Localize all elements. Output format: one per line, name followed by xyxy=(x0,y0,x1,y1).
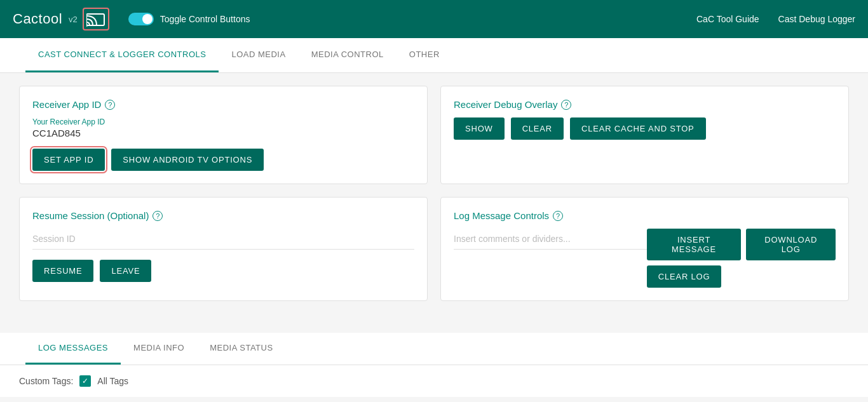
tab-media-info[interactable]: MEDIA INFO xyxy=(121,333,197,365)
main-content: Receiver App ID ? Your Receiver App ID C… xyxy=(0,73,868,326)
receiver-debug-overlay-title: Receiver Debug Overlay ? xyxy=(454,99,836,110)
clear-cache-and-stop-button[interactable]: CLEAR CACHE AND STOP xyxy=(570,117,706,140)
custom-tags-label: Custom Tags: xyxy=(19,376,73,386)
leave-button[interactable]: LEAVE xyxy=(100,260,151,282)
toggle-section: Toggle Control Buttons xyxy=(128,13,250,25)
clear-log-button[interactable]: CLEAR LOG xyxy=(647,265,722,288)
show-debug-overlay-button[interactable]: SHOW xyxy=(454,117,505,140)
app-id-sub-label: Your Receiver App ID xyxy=(32,117,414,126)
app-version: v2 xyxy=(69,15,78,24)
receiver-debug-overlay-card: Receiver Debug Overlay ? SHOW CLEAR CLEA… xyxy=(440,86,849,184)
cac-tool-guide-link[interactable]: CaC Tool Guide xyxy=(696,14,759,24)
app-id-btn-row: SET APP ID SHOW ANDROID TV OPTIONS xyxy=(32,149,414,171)
show-android-tv-options-button[interactable]: SHOW ANDROID TV OPTIONS xyxy=(111,149,264,171)
log-message-controls-card: Log Message Controls ? INSERT MESSAGE DO… xyxy=(440,197,849,301)
tab-other[interactable]: OTHER xyxy=(397,38,452,72)
log-message-controls-title: Log Message Controls ? xyxy=(454,210,836,221)
tab-log-messages[interactable]: LOG MESSAGES xyxy=(25,333,121,365)
svg-point-1 xyxy=(86,24,88,27)
bottom-cards-row: Resume Session (Optional) ? RESUME LEAVE… xyxy=(19,197,849,301)
log-buttons: INSERT MESSAGE DOWNLOAD LOG CLEAR LOG xyxy=(647,229,836,288)
cast-icon-wrapper[interactable] xyxy=(83,8,109,30)
receiver-debug-overlay-help-icon[interactable]: ? xyxy=(561,100,571,110)
app-name: Cactool xyxy=(13,11,62,27)
log-buttons-top: INSERT MESSAGE DOWNLOAD LOG xyxy=(647,229,836,260)
tab-load-media[interactable]: LOAD MEDIA xyxy=(219,38,298,72)
all-tags-label: All Tags xyxy=(97,376,128,386)
bottom-tabs-bar: LOG MESSAGES MEDIA INFO MEDIA STATUS xyxy=(0,333,868,365)
receiver-app-id-title: Receiver App ID ? xyxy=(32,99,414,110)
set-app-id-button[interactable]: SET APP ID xyxy=(32,149,105,171)
tab-media-status[interactable]: MEDIA STATUS xyxy=(197,333,285,365)
top-tabs-bar: CAST CONNECT & LOGGER CONTROLS LOAD MEDI… xyxy=(0,38,868,73)
log-message-controls-help-icon[interactable]: ? xyxy=(553,211,563,221)
header-nav: CaC Tool Guide Cast Debug Logger xyxy=(696,14,855,24)
receiver-app-id-help-icon[interactable]: ? xyxy=(105,100,115,110)
resume-session-card: Resume Session (Optional) ? RESUME LEAVE xyxy=(19,197,428,301)
resume-session-help-icon[interactable]: ? xyxy=(153,211,163,221)
log-comment-input[interactable] xyxy=(454,229,647,250)
download-log-button[interactable]: DOWNLOAD LOG xyxy=(746,229,836,260)
debug-overlay-btns: SHOW CLEAR CLEAR CACHE AND STOP xyxy=(454,117,836,140)
tab-media-control[interactable]: MEDIA CONTROL xyxy=(299,38,397,72)
app-header: Cactool v2 Toggle Control Buttons CaC To… xyxy=(0,0,868,38)
top-cards-row: Receiver App ID ? Your Receiver App ID C… xyxy=(19,86,849,184)
clear-debug-overlay-button[interactable]: CLEAR xyxy=(511,117,564,140)
resume-button[interactable]: RESUME xyxy=(32,260,93,282)
toggle-label: Toggle Control Buttons xyxy=(160,14,250,24)
tab-cast-connect[interactable]: CAST CONNECT & LOGGER CONTROLS xyxy=(25,38,219,72)
session-btn-row: RESUME LEAVE xyxy=(32,260,414,282)
log-controls-row: INSERT MESSAGE DOWNLOAD LOG CLEAR LOG xyxy=(454,229,836,288)
cast-icon xyxy=(86,11,105,27)
insert-message-button[interactable]: INSERT MESSAGE xyxy=(647,229,742,260)
all-tags-checkbox[interactable] xyxy=(79,375,91,387)
cast-debug-logger-link[interactable]: Cast Debug Logger xyxy=(778,14,855,24)
receiver-app-id-card: Receiver App ID ? Your Receiver App ID C… xyxy=(19,86,428,184)
resume-session-title: Resume Session (Optional) ? xyxy=(32,210,414,221)
custom-tags-section: Custom Tags: All Tags xyxy=(0,365,868,397)
toggle-control-buttons[interactable] xyxy=(128,13,154,25)
logo-area: Cactool v2 xyxy=(13,8,109,30)
session-id-input[interactable] xyxy=(32,229,414,250)
app-id-value: CC1AD845 xyxy=(32,128,414,138)
